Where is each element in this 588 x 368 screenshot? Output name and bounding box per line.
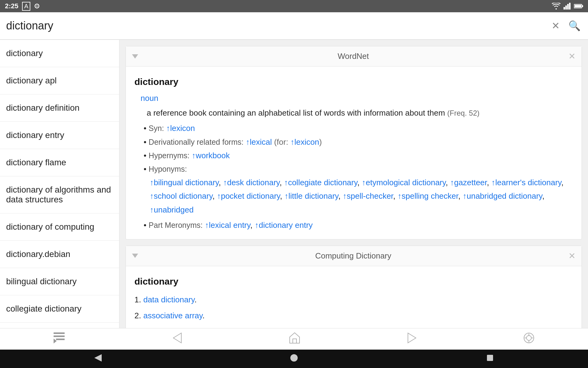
- computing-item-1: 1. data dictionary.: [134, 293, 573, 306]
- computing-card-body: dictionary 1. data dictionary. 2. associ…: [126, 266, 582, 328]
- wordnet-close-button[interactable]: ✕: [568, 51, 575, 61]
- wordnet-syn: • Syn: ↑lexicon: [144, 121, 573, 135]
- hyponyms-label: Hyponyms:: [149, 165, 187, 173]
- status-left: 2:25 A ⊙: [5, 2, 40, 11]
- sidebar-item-dictionary[interactable]: dictionary: [0, 40, 119, 67]
- hyponym-bilingual[interactable]: ↑bilingual dictionary: [150, 178, 219, 187]
- back-nav-button[interactable]: [167, 330, 188, 348]
- back-icon: [173, 332, 182, 343]
- status-icon-circle: ⊙: [34, 2, 40, 10]
- wordnet-hyponyms-links: ↑bilingual dictionary, ↑desk dictionary,…: [150, 176, 573, 217]
- wordnet-definition: a reference book containing an alphabeti…: [147, 108, 445, 117]
- computing-link-data-dictionary[interactable]: data dictionary: [143, 295, 194, 304]
- hyponym-pocket[interactable]: ↑pocket dictionary: [217, 191, 280, 201]
- android-home-button[interactable]: [290, 354, 298, 364]
- computing-link-foldoc[interactable]: Free On-line Dictionary of Computing: [143, 327, 275, 328]
- hyponym-little[interactable]: ↑little dictionary: [285, 191, 338, 201]
- computing-item-3: 3. Free On-line Dictionary of Computing.: [134, 325, 573, 328]
- sidebar-item-dictionary-computing[interactable]: dictionary of computing: [0, 213, 119, 241]
- wifi-icon: [552, 3, 560, 10]
- battery-icon: [574, 4, 583, 9]
- search-button[interactable]: 🔍: [567, 19, 582, 33]
- search-input[interactable]: [6, 19, 550, 32]
- hyponym-collegiate[interactable]: ↑collegiate dictionary: [284, 178, 357, 187]
- status-right: [552, 3, 583, 10]
- svg-rect-10: [56, 339, 65, 340]
- meronym-lexical-entry[interactable]: ↑lexical entry: [205, 220, 250, 230]
- main-content: dictionary dictionary apl dictionary def…: [0, 40, 588, 328]
- svg-marker-12: [173, 333, 181, 343]
- wordnet-collapse-button[interactable]: [132, 52, 138, 60]
- syn-link[interactable]: ↑lexicon: [166, 124, 195, 133]
- search-bar-icons: ✕ 🔍: [550, 19, 582, 33]
- wordnet-deriv: • Derivationally related forms: ↑lexical…: [144, 135, 573, 149]
- deriv-lexical-link[interactable]: ↑lexical: [246, 137, 272, 147]
- sidebar-item-bilingual-dictionary[interactable]: bilingual dictionary: [0, 268, 119, 295]
- menu-icon: [54, 332, 66, 343]
- menu-nav-button[interactable]: [47, 330, 72, 348]
- wordnet-hypernyms: • Hypernyms: ↑workbook: [144, 149, 573, 162]
- hyponym-spell-checker[interactable]: ↑spell-checker: [343, 191, 393, 201]
- svg-rect-8: [54, 332, 65, 334]
- wordnet-part-meronyms: • Part Meronyms: ↑lexical entry, ↑dictio…: [144, 218, 573, 232]
- syn-label: Syn:: [149, 124, 164, 132]
- hyponym-unabridged[interactable]: ↑unabridged: [150, 205, 194, 214]
- svg-rect-9: [54, 335, 65, 337]
- sidebar-item-dictionary-debian[interactable]: dictionary.debian: [0, 241, 119, 268]
- hyponym-etymological[interactable]: ↑etymological dictionary: [362, 178, 446, 187]
- android-back-button[interactable]: [94, 354, 102, 364]
- svg-rect-24: [487, 355, 493, 361]
- wordnet-card-body: dictionary noun a reference book contain…: [126, 67, 582, 239]
- computing-item-2: 2. associative array.: [134, 309, 573, 322]
- svg-rect-7: [582, 5, 583, 7]
- bottom-nav: [0, 328, 588, 350]
- content-area: WordNet ✕ dictionary noun a reference bo…: [119, 40, 588, 328]
- svg-marker-22: [94, 354, 102, 362]
- bookmark-nav-button[interactable]: [517, 330, 541, 348]
- android-home-icon: [290, 354, 298, 362]
- status-bar: 2:25 A ⊙: [0, 0, 588, 12]
- home-nav-button[interactable]: [283, 330, 306, 349]
- sidebar-item-dictionary-apl[interactable]: dictionary apl: [0, 67, 119, 94]
- home-icon: [289, 332, 300, 344]
- svg-marker-13: [290, 333, 300, 343]
- svg-rect-4: [569, 3, 571, 10]
- svg-point-17: [526, 335, 531, 340]
- sidebar-item-dictionary-algorithms[interactable]: dictionary of algorithms and data struct…: [0, 176, 119, 213]
- hypernyms-workbook-link[interactable]: ↑workbook: [192, 151, 230, 160]
- hypernyms-label: Hypernyms:: [149, 151, 189, 160]
- deriv-lexicon-link[interactable]: ↑lexicon: [290, 137, 319, 147]
- status-time: 2:25: [5, 2, 18, 10]
- bookmark-icon: [523, 332, 534, 343]
- computing-close-button[interactable]: ✕: [568, 251, 575, 261]
- meronym-dictionary-entry[interactable]: ↑dictionary entry: [255, 220, 313, 230]
- sidebar-item-dictionary-flame[interactable]: dictionary flame: [0, 149, 119, 176]
- sidebar-item-dictionary-entry[interactable]: dictionary entry: [0, 122, 119, 149]
- hyponym-unabridged-dict[interactable]: ↑unabridged dictionary: [463, 191, 542, 201]
- wordnet-card: WordNet ✕ dictionary noun a reference bo…: [126, 46, 582, 240]
- android-recent-button[interactable]: [486, 354, 494, 364]
- wordnet-card-header: WordNet ✕: [126, 46, 582, 67]
- status-icon-a: A: [22, 2, 30, 11]
- hyponym-learners[interactable]: ↑learner's dictionary: [491, 178, 561, 187]
- wordnet-word: dictionary: [134, 74, 573, 90]
- svg-rect-1: [564, 7, 565, 10]
- svg-point-23: [290, 354, 298, 362]
- computing-collapse-button[interactable]: [132, 252, 138, 260]
- android-recent-icon: [486, 354, 494, 362]
- android-back-icon: [94, 354, 102, 362]
- sidebar-item-collegiate-dictionary[interactable]: collegiate dictionary: [0, 295, 119, 323]
- sidebar-item-dictionary-definition[interactable]: dictionary definition: [0, 94, 119, 122]
- computing-link-associative-array[interactable]: associative array: [143, 311, 202, 320]
- forward-nav-button[interactable]: [401, 330, 423, 348]
- computing-card-header: Computing Dictionary ✕: [126, 246, 582, 266]
- computing-collapse-icon: [132, 254, 138, 258]
- clear-button[interactable]: ✕: [550, 19, 561, 33]
- hyponym-school[interactable]: ↑school dictionary: [150, 191, 213, 201]
- hyponym-spelling-checker[interactable]: ↑spelling checker: [398, 191, 458, 201]
- hyponym-desk[interactable]: ↑desk dictionary: [223, 178, 280, 187]
- svg-marker-15: [408, 333, 416, 343]
- android-nav-bar: [0, 350, 588, 368]
- hyponym-gazetteer[interactable]: ↑gazetteer: [450, 178, 487, 187]
- forward-icon: [407, 332, 417, 343]
